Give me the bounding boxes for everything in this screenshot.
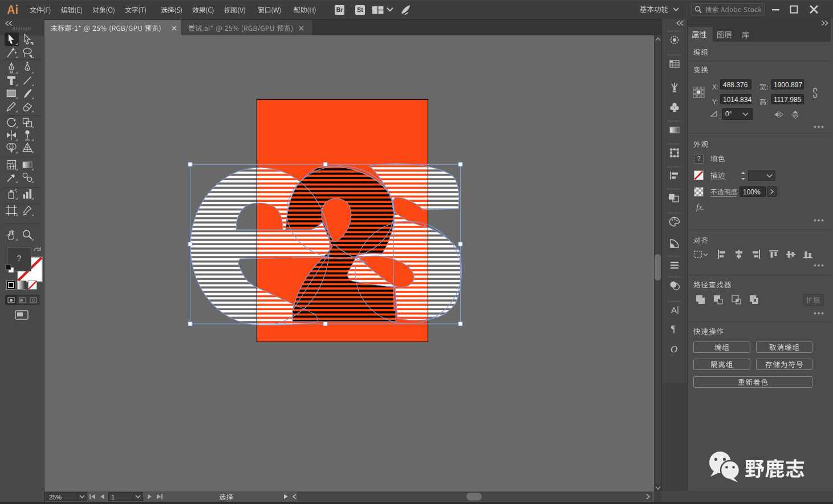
- svg-text:¶: ¶: [671, 323, 676, 334]
- svg-text:O: O: [671, 344, 677, 355]
- svg-text:A: A: [671, 305, 677, 315]
